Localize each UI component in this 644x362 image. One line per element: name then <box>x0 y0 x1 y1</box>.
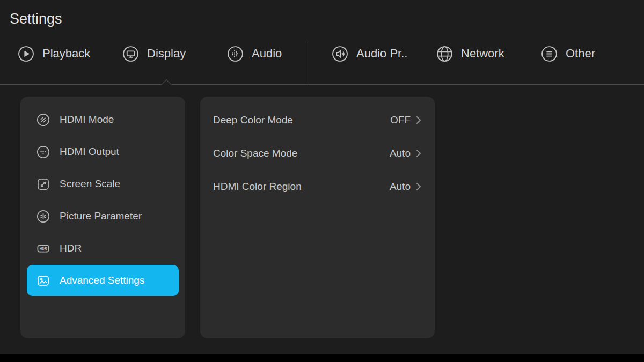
advanced-settings-panel: Deep Color Mode OFF Color Space Mode Aut… <box>200 97 435 338</box>
sidebar-item-label: Advanced Settings <box>60 275 144 286</box>
chevron-right-icon <box>415 182 422 191</box>
sidebar-item-label: HDR <box>60 242 82 254</box>
svg-text:HDR: HDR <box>40 247 47 250</box>
tab-network[interactable]: Network <box>436 46 541 62</box>
tab-bar: Playback Display <box>18 39 644 68</box>
sidebar-item-hdmi-output[interactable]: HDMI Output <box>27 136 179 167</box>
setting-label: Deep Color Mode <box>213 114 293 126</box>
sidebar-item-label: Picture Parameter <box>60 210 142 222</box>
chevron-right-icon <box>415 115 422 125</box>
settings-screen: Settings Playback Display <box>0 0 644 362</box>
sidebar-item-label: Screen Scale <box>60 178 120 190</box>
setting-label: HDMI Color Region <box>213 181 302 193</box>
setting-value: OFF <box>390 114 411 126</box>
picture-parameter-icon <box>36 209 50 224</box>
tab-label: Display <box>147 47 186 61</box>
tab-playback[interactable]: Playback <box>18 46 122 62</box>
hdmi-output-icon <box>36 145 50 159</box>
setting-row-deep-color-mode[interactable]: Deep Color Mode OFF <box>213 104 422 137</box>
display-settings-menu: HDMI Mode HDMI Output Scr <box>20 97 185 338</box>
sidebar-item-hdr[interactable]: HDR HDR <box>27 233 179 264</box>
menu-lines-icon <box>541 46 558 62</box>
hdmi-mode-icon <box>36 113 50 127</box>
page-title: Settings <box>10 11 62 27</box>
screen-scale-icon <box>36 177 50 191</box>
tab-audio-pr[interactable]: Audio Pr.. <box>332 46 436 62</box>
tab-separator <box>309 41 309 84</box>
tab-label: Network <box>461 47 504 61</box>
sidebar-item-label: HDMI Mode <box>60 114 114 125</box>
tabbar-divider <box>0 84 644 85</box>
sidebar-item-advanced-settings[interactable]: Advanced Settings <box>27 265 179 296</box>
sidebar-item-hdmi-mode[interactable]: HDMI Mode <box>27 104 179 135</box>
selected-tab-notch <box>161 79 172 90</box>
play-icon <box>18 46 34 62</box>
globe-icon <box>436 46 453 62</box>
advanced-settings-icon <box>36 274 50 288</box>
sidebar-item-screen-scale[interactable]: Screen Scale <box>27 168 179 200</box>
speaker-icon <box>332 46 348 62</box>
tab-other[interactable]: Other <box>541 46 644 62</box>
tab-label: Playback <box>42 47 90 61</box>
display-icon <box>122 46 139 62</box>
bottom-letterbox-bar <box>0 354 644 362</box>
tab-label: Audio <box>252 47 282 61</box>
chevron-right-icon <box>415 149 422 158</box>
sidebar-item-picture-parameter[interactable]: Picture Parameter <box>27 201 179 232</box>
hdr-icon: HDR <box>36 241 50 256</box>
setting-value: Auto <box>390 147 411 159</box>
setting-value: Auto <box>390 181 411 193</box>
equalizer-icon <box>227 46 244 62</box>
setting-label: Color Space Mode <box>213 147 297 159</box>
tab-label: Audio Pr.. <box>356 47 407 61</box>
tab-display[interactable]: Display <box>122 46 227 62</box>
tab-label: Other <box>566 47 595 61</box>
setting-row-color-space-mode[interactable]: Color Space Mode Auto <box>213 137 422 170</box>
sidebar-item-label: HDMI Output <box>60 146 119 158</box>
setting-row-hdmi-color-region[interactable]: HDMI Color Region Auto <box>213 170 422 203</box>
tab-audio[interactable]: Audio <box>227 46 332 62</box>
